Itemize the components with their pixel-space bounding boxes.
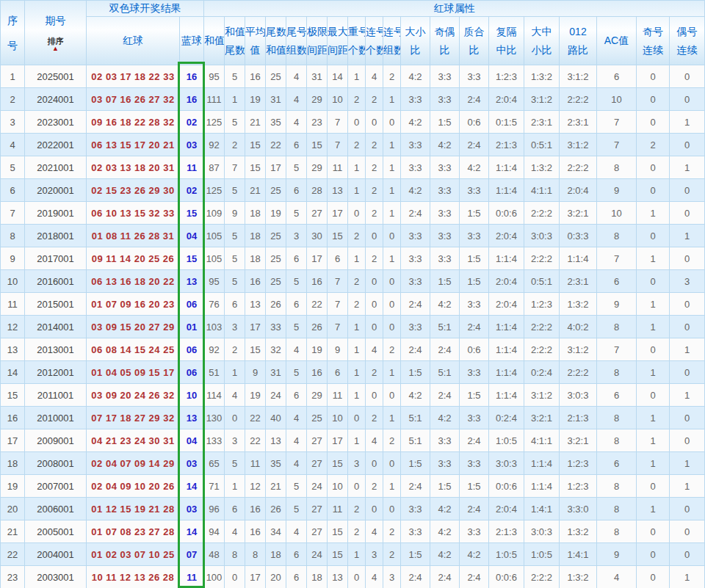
attr-cell: 2:2:2 (560, 88, 597, 111)
attr-cell: 4:2 (401, 384, 430, 407)
col-header-red-balls: 红球 (87, 17, 180, 65)
sort-control[interactable]: 排序 ▲ (48, 37, 64, 52)
attr-cell: 2 (348, 88, 366, 111)
attr-cell: 1 (637, 407, 670, 429)
period-cell: 2025001 (25, 65, 87, 88)
attr-cell: 8 (597, 429, 637, 452)
attr-cell: 2:4 (460, 88, 489, 111)
attr-cell: 4:2 (430, 407, 460, 429)
attr-cell: 32 (266, 338, 286, 361)
attr-cell: 18 (307, 566, 328, 588)
attr-cell: 16 (307, 361, 328, 384)
attr-cell: 22 (245, 407, 266, 429)
col-header-attr: 奇偶比 (430, 17, 460, 65)
attr-cell: 1 (383, 134, 401, 156)
attr-cell: 29 (307, 88, 328, 111)
attr-cell: 16 (245, 65, 266, 88)
attr-cell: 2 (637, 134, 670, 156)
attr-cell: 87 (204, 156, 225, 179)
blue-ball-cell: 03 (180, 498, 204, 520)
attr-cell: 21 (266, 475, 286, 498)
attr-cell: 22 (307, 293, 328, 316)
attr-cell: 17 (245, 566, 266, 588)
attr-cell: 11 (328, 156, 348, 179)
attr-cell: 1:1:4 (524, 452, 560, 475)
attr-cell: 7 (328, 270, 348, 293)
table-row: 16201000107 17 18 27 29 3213130022404251… (1, 407, 705, 429)
period-cell: 2020001 (25, 179, 87, 202)
attr-cell: 2:2:2 (524, 316, 560, 338)
attr-cell: 2:2:2 (524, 566, 560, 588)
attr-cell: 4 (366, 566, 383, 588)
attr-cell: 29 (307, 384, 328, 407)
period-cell: 2013001 (25, 338, 87, 361)
attr-cell: 10 (597, 88, 637, 111)
attr-cell: 7 (597, 134, 637, 156)
table-row: 13201300106 08 14 15 24 2506922153241991… (1, 338, 705, 361)
attr-cell: 5 (225, 247, 245, 270)
attr-cell: 24 (307, 475, 328, 498)
table-row: 15201100103 09 20 24 26 3210114419246291… (1, 384, 705, 407)
attr-cell: 2:4 (430, 338, 460, 361)
attr-cell: 0:0:6 (489, 202, 524, 225)
attr-cell: 19 (307, 338, 328, 361)
attr-cell: 0 (637, 65, 670, 88)
attr-cell: 1 (383, 247, 401, 270)
attr-cell: 0 (637, 338, 670, 361)
table-row: 23200300110 11 12 13 26 2811100017206181… (1, 566, 705, 588)
attr-cell: 12 (245, 475, 266, 498)
attr-cell: 9 (597, 179, 637, 202)
attr-cell: 0:6 (460, 338, 489, 361)
blue-ball-cell: 07 (180, 543, 204, 566)
attr-cell: 4:2 (401, 111, 430, 134)
attr-cell: 0:5:1 (524, 270, 560, 293)
attr-cell: 4 (286, 65, 307, 88)
period-cell: 2018001 (25, 225, 87, 247)
attr-cell: 2:2:2 (560, 156, 597, 179)
attr-cell: 4:2 (430, 543, 460, 566)
attr-cell: 0 (637, 88, 670, 111)
attr-cell: 0 (366, 225, 383, 247)
period-cell: 2003001 (25, 566, 87, 588)
sort-ascending-icon: ▲ (48, 46, 64, 52)
attr-cell: 6 (597, 65, 637, 88)
attr-cell: 5:1 (401, 429, 430, 452)
red-balls-cell: 01 07 08 23 27 28 (87, 520, 180, 543)
attr-cell: 2:2:2 (524, 202, 560, 225)
attr-cell: 103 (204, 316, 225, 338)
table-row: 4202200106 13 15 17 20 21039221522615722… (1, 134, 705, 156)
period-cell: 2010001 (25, 407, 87, 429)
attr-cell: 1 (348, 156, 366, 179)
blue-ball-cell: 06 (180, 338, 204, 361)
attr-cell: 28 (307, 179, 328, 202)
attr-cell: 9 (328, 338, 348, 361)
attr-cell: 3:3:0 (560, 498, 597, 520)
table-row: 14201200101 04 05 09 15 1706511931516612… (1, 361, 705, 384)
attr-cell: 1 (348, 247, 366, 270)
attr-cell: 27 (307, 202, 328, 225)
attr-cell: 2:4 (401, 338, 430, 361)
attr-cell: 24 (266, 384, 286, 407)
attr-cell: 7 (328, 293, 348, 316)
blue-ball-cell: 04 (180, 429, 204, 452)
attr-cell: 27 (307, 429, 328, 452)
attr-cell: 17 (328, 202, 348, 225)
period-cell: 2021001 (25, 156, 87, 179)
blue-ball-cell: 01 (180, 316, 204, 338)
attr-cell: 8 (597, 225, 637, 247)
attr-cell: 3:3 (401, 270, 430, 293)
attr-cell: 0 (348, 475, 366, 498)
attr-cell: 15 (328, 543, 348, 566)
attr-cell: 21 (245, 179, 266, 202)
attr-cell: 0 (383, 270, 401, 293)
red-balls-cell: 06 13 16 18 20 22 (87, 270, 180, 293)
attr-cell: 2:3:1 (524, 111, 560, 134)
attr-cell: 0 (366, 293, 383, 316)
attr-cell: 3:2:1 (560, 429, 597, 452)
period-cell: 2009001 (25, 429, 87, 452)
attr-cell: 2 (348, 225, 366, 247)
attr-cell: 92 (204, 338, 225, 361)
attr-cell: 1 (348, 543, 366, 566)
attr-cell: 3:3 (430, 429, 460, 452)
attr-cell: 14 (328, 65, 348, 88)
